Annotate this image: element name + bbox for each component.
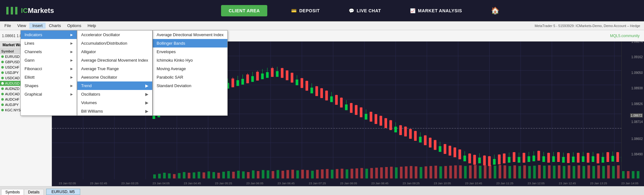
live-chat-button[interactable]: 💬 LIVE CHAT: [344, 6, 386, 16]
svg-rect-139: [419, 137, 421, 142]
svg-rect-246: [242, 171, 245, 178]
indicator-awesome[interactable]: Awesome Oscillator: [77, 73, 152, 81]
svg-rect-284: [430, 166, 432, 179]
indicator-alligator[interactable]: Alligator: [77, 47, 152, 56]
trend-envelopes[interactable]: Envelopes: [153, 47, 227, 56]
menu-insert[interactable]: Insert: [29, 23, 46, 29]
indicator-trend[interactable]: Trend ▶: [77, 81, 152, 90]
indicator-atr-label: Average True Range: [81, 66, 119, 71]
chevron-right-icon: ▶: [70, 33, 73, 36]
indicator-admi-label: Average Directional Movement Index: [81, 58, 148, 63]
svg-rect-179: [518, 157, 520, 163]
price-label: 1.08826: [631, 102, 643, 105]
menu-graphical-label: Graphical: [25, 92, 42, 97]
svg-rect-159: [468, 153, 471, 163]
svg-rect-89: [296, 80, 298, 85]
svg-text:23 Jan 02:45: 23 Jan 02:45: [90, 181, 107, 185]
symbol-dot: [1, 98, 4, 101]
trend-parabolic-sar[interactable]: Parabolic SAR: [153, 73, 227, 81]
svg-rect-257: [296, 170, 299, 179]
menu-shapes[interactable]: Shapes ▶: [21, 81, 77, 90]
svg-rect-199: [567, 153, 569, 163]
indicator-accelerator[interactable]: Accelerator Oscillator: [77, 31, 152, 39]
trend-bollinger[interactable]: Bollinger Bands: [153, 39, 227, 47]
svg-rect-113: [355, 105, 357, 115]
home-button[interactable]: 🏠: [486, 4, 505, 17]
menu-channels[interactable]: Channels ▶: [21, 47, 77, 56]
svg-rect-273: [375, 168, 378, 178]
svg-rect-81: [276, 71, 278, 77]
price-label: 1.09162: [631, 55, 643, 59]
menu-gann[interactable]: Gann ▶: [21, 56, 77, 64]
trend-ichimoku[interactable]: Ichimoku Kinko Hyo: [153, 56, 227, 64]
menu-elliott[interactable]: Elliott ▶: [21, 73, 77, 81]
top-navbar: ▌▌▌ ICMarkets CLIENT AREA 💳 DEPOSIT 💬 LI…: [0, 0, 644, 21]
indicator-admi[interactable]: Average Directional Movement Index: [77, 56, 152, 64]
insert-menu: Indicators ▶ Lines ▶ Channels ▶ Gann ▶ F…: [20, 30, 77, 116]
indicator-oscillators[interactable]: Oscillators ▶: [77, 90, 152, 98]
market-analysis-button[interactable]: 📈 MARKET ANALYSIS: [405, 6, 467, 16]
price-label: 1.08602: [631, 137, 643, 141]
menu-view[interactable]: View: [14, 23, 29, 29]
svg-rect-187: [537, 151, 540, 161]
trend-moving-average[interactable]: Moving Average: [153, 64, 227, 73]
svg-rect-215: [607, 152, 609, 162]
svg-rect-318: [597, 165, 600, 179]
menu-file[interactable]: File: [1, 23, 14, 29]
tab-symbols[interactable]: Symbols: [1, 189, 24, 195]
svg-rect-85: [286, 70, 288, 80]
svg-text:23 Jan 09:25: 23 Jan 09:25: [402, 181, 419, 185]
trend-std-dev[interactable]: Standard Deviation: [153, 81, 227, 90]
mql5-link[interactable]: MQL5.community: [610, 34, 640, 38]
menu-charts[interactable]: Charts: [46, 23, 64, 29]
svg-rect-274: [380, 167, 383, 178]
client-area-button[interactable]: CLIENT AREA: [221, 5, 267, 16]
svg-rect-207: [587, 153, 589, 163]
svg-rect-137: [414, 131, 417, 141]
svg-rect-201: [572, 157, 575, 162]
svg-rect-254: [281, 171, 284, 179]
svg-rect-233: [178, 173, 180, 178]
symbol-name: USDCAD: [5, 76, 19, 80]
svg-text:23 Jan 10:05: 23 Jan 10:05: [434, 181, 451, 185]
indicator-accumulation[interactable]: Accumulation/Distribution: [77, 39, 152, 47]
svg-rect-316: [587, 165, 590, 179]
symbol-dot: [1, 61, 4, 63]
chevron-right-icon: ▶: [70, 84, 73, 87]
svg-rect-135: [409, 129, 412, 139]
svg-rect-243: [227, 171, 230, 179]
chart-tab-label[interactable]: EURUSD, M5: [46, 189, 80, 195]
menu-options[interactable]: Options: [64, 23, 85, 29]
chevron-right-icon: ▶: [70, 58, 73, 62]
menu-lines[interactable]: Lines ▶: [21, 39, 77, 47]
col-symbol: Symbol: [0, 49, 20, 54]
symbol-name: EURUSD: [5, 55, 19, 58]
svg-rect-191: [547, 153, 550, 163]
svg-rect-304: [528, 166, 531, 179]
chat-icon: 💬: [349, 8, 354, 13]
menu-fibonacci[interactable]: Fibonacci ▶: [21, 64, 77, 73]
indicator-atr[interactable]: Average True Range: [77, 64, 152, 73]
indicator-bill-williams[interactable]: Bill Williams ▶: [77, 107, 152, 115]
symbol-name: GBPUSD: [5, 60, 19, 64]
indicator-volumes[interactable]: Volumes ▶: [77, 98, 152, 107]
svg-rect-232: [173, 174, 175, 178]
deposit-button[interactable]: 💳 DEPOSIT: [286, 6, 325, 16]
trend-moving-average-label: Moving Average: [157, 66, 186, 71]
svg-rect-161: [473, 155, 476, 165]
tab-details[interactable]: Details: [24, 189, 44, 195]
trend-admi[interactable]: Average Directional Movement Index: [153, 31, 227, 39]
svg-rect-250: [262, 170, 264, 179]
svg-rect-121: [375, 114, 377, 124]
price-axis: 1.09274 1.09162 1.09050 1.08938 1.08826 …: [621, 42, 644, 171]
svg-rect-101: [325, 91, 328, 100]
svg-rect-93: [306, 81, 308, 91]
svg-rect-264: [331, 170, 333, 179]
menu-graphical[interactable]: Graphical ▶: [21, 90, 77, 98]
symbol-dot: [1, 66, 4, 69]
menu-indicators[interactable]: Indicators ▶: [21, 31, 77, 39]
symbol-name: AUDUSD: [5, 81, 19, 85]
svg-rect-173: [503, 153, 505, 163]
svg-rect-141: [424, 135, 426, 145]
menu-help[interactable]: Help: [85, 23, 99, 29]
